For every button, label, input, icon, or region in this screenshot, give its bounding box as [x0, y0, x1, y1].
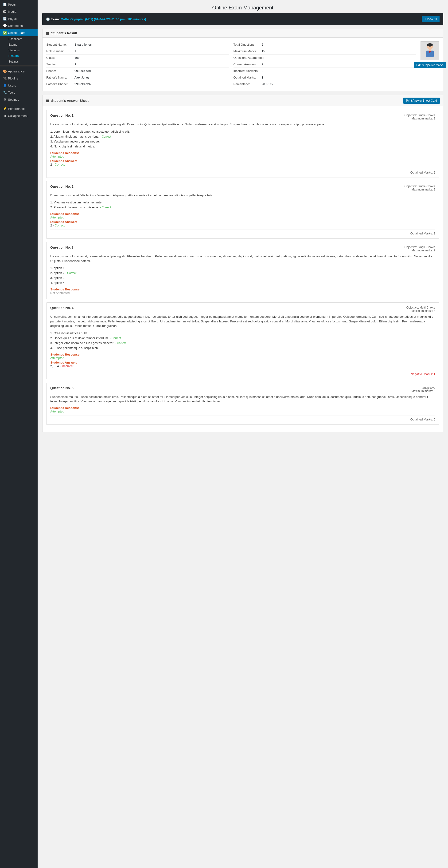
sidebar-item-appearance[interactable]: 🎨 Appearance	[0, 68, 38, 75]
result-grid: Student Name: Stuart Jones Roll Number: …	[46, 41, 439, 87]
field-father-phone: Father's Phone: 9999999992	[46, 81, 229, 87]
content-area: ▦ Student's Result Student Name: Stuart …	[38, 29, 448, 440]
performance-icon: ⚡	[3, 107, 7, 111]
field-incorrect-answers: Incorrect Answers: 2	[234, 68, 416, 74]
users-icon: 👤	[3, 84, 7, 87]
question-5-header: Question No. 5 Subjective Maximum marks:…	[50, 386, 435, 393]
field-total-questions: Total Questions: 5	[234, 41, 416, 48]
sidebar-item-comments[interactable]: 💬 Comments	[0, 22, 38, 29]
question-card-5: Question No. 5 Subjective Maximum marks:…	[46, 383, 439, 425]
sidebar-item-online-exam[interactable]: ✅ Online Exam	[0, 29, 38, 36]
view-all-button[interactable]: + View All	[422, 16, 440, 22]
sidebar: 📄 Posts 🖼 Media 📃 Pages 💬 Comments ✅ Onl…	[0, 0, 38, 868]
page-title: Online Exam Management	[38, 0, 448, 13]
question-card-1: Question No. 1 Objective: Single-Choice …	[46, 110, 439, 178]
tools-icon: 🔧	[3, 91, 7, 94]
field-obtained-marks: Obtained Marks: 3	[234, 74, 416, 81]
result-fields-right: Total Questions: 5 Maximum Marks: 15 Que…	[234, 41, 416, 87]
sidebar-item-tools[interactable]: 🔧 Tools	[0, 89, 38, 96]
sidebar-top-nav: 📄 Posts 🖼 Media 📃 Pages 💬 Comments ✅ Onl…	[0, 0, 38, 66]
student-result-body: Student Name: Stuart Jones Roll Number: …	[42, 38, 443, 91]
online-exam-icon: ✅	[3, 31, 7, 35]
sidebar-item-performance[interactable]: ⚡ Performance	[0, 105, 38, 112]
question-card-2: Question No. 2 Objective: Single-Choice …	[46, 181, 439, 239]
question-1-header: Question No. 1 Objective: Single-Choice …	[50, 114, 435, 120]
field-student-name: Student Name: Stuart Jones	[46, 41, 229, 48]
student-avatar	[420, 41, 439, 60]
question-4-options: 1. Cras iaculis ultrices nulla. 2. Donec…	[50, 331, 435, 350]
question-card-3: Question No. 3 Objective: Single-Choice …	[46, 242, 439, 299]
field-max-marks: Maximum Marks: 15	[234, 48, 416, 55]
plugins-icon: 🔌	[3, 76, 7, 80]
sidebar-item-settings-main[interactable]: ⚙ Settings	[0, 96, 38, 103]
student-result-header: ▦ Student's Result	[42, 29, 443, 38]
table-icon: ▦	[46, 31, 49, 35]
edit-subjective-button[interactable]: Edit Subjective Marks	[414, 62, 446, 68]
posts-icon: 📄	[3, 3, 7, 6]
sidebar-item-posts[interactable]: 📄 Posts	[0, 1, 38, 8]
question-card-4: Question No. 4 Objective: Multi-Choice M…	[46, 303, 439, 379]
exam-title: 🕐 Exam: Maths Olympiad (M01) (01-04-2020…	[46, 18, 146, 21]
sidebar-item-collapse[interactable]: ◀ Collapse menu	[0, 112, 38, 119]
answer-sheet-card: ▦ Student's Answer Sheet Print Answer Sh…	[42, 95, 443, 432]
question-2-header: Question No. 2 Objective: Single-Choice …	[50, 185, 435, 191]
question-1-options: 1. Lorem ipsum dolor sit amet, consectet…	[50, 129, 435, 149]
online-exam-submenu: Dashboard Exams Students Results Setting…	[0, 36, 38, 64]
field-phone: Phone: 9999999991	[46, 68, 229, 74]
avatar-svg	[423, 42, 437, 59]
student-result-card: ▦ Student's Result Student Name: Stuart …	[42, 29, 443, 91]
appearance-icon: 🎨	[3, 69, 7, 73]
sidebar-item-exams[interactable]: Exams	[7, 42, 38, 48]
print-answer-sheet-button[interactable]: Print Answer Sheet Card	[403, 98, 440, 104]
svg-point-1	[427, 43, 433, 46]
result-fields-left: Student Name: Stuart Jones Roll Number: …	[46, 41, 229, 87]
question-4-header: Question No. 4 Objective: Multi-Choice M…	[50, 306, 435, 313]
sidebar-item-plugins[interactable]: 🔌 Plugins	[0, 75, 38, 82]
sidebar-item-results[interactable]: Results	[7, 53, 38, 59]
field-class: Class: 10th	[46, 55, 229, 61]
field-section: Section: A	[46, 61, 229, 68]
sidebar-item-dashboard[interactable]: Dashboard	[7, 36, 38, 42]
pages-icon: 📃	[3, 17, 7, 21]
sidebar-item-pages[interactable]: 📃 Pages	[0, 15, 38, 22]
question-3-options: 1. option 1 2. option 2- Correct 3. opti…	[50, 266, 435, 285]
answer-sheet-header: ▦ Student's Answer Sheet Print Answer Sh…	[42, 95, 443, 106]
answer-sheet-body: Question No. 1 Objective: Single-Choice …	[42, 106, 443, 432]
sidebar-item-students[interactable]: Students	[7, 48, 38, 53]
sidebar-item-media[interactable]: 🖼 Media	[0, 8, 38, 15]
field-father-name: Father's Name: Alex Jones	[46, 74, 229, 81]
question-2-options: 1. Vivamus vestibulum ntulla nec ante. 2…	[50, 200, 435, 210]
settings-icon: ⚙	[3, 98, 7, 101]
question-3-header: Question No. 3 Objective: Single-Choice …	[50, 246, 435, 252]
sidebar-item-settings-sub[interactable]: Settings	[7, 59, 38, 64]
media-icon: 🖼	[3, 10, 7, 13]
exam-header-bar: 🕐 Exam: Maths Olympiad (M01) (01-04-2020…	[42, 13, 443, 25]
result-photo-area: Edit Subjective Marks	[420, 41, 439, 87]
collapse-icon: ◀	[3, 114, 7, 118]
field-roll-number: Roll Number: 1	[46, 48, 229, 55]
sidebar-item-users[interactable]: 👤 Users	[0, 82, 38, 89]
answer-sheet-icon: ▦	[46, 99, 49, 102]
field-percentage: Percentage: 20.00 %	[234, 81, 416, 87]
main-content: Online Exam Management 🕐 Exam: Maths Oly…	[38, 0, 448, 868]
field-correct-answers: Correct Answers: 2	[234, 61, 416, 68]
comments-icon: 💬	[3, 24, 7, 28]
field-questions-attempted: Questions Attempted: 4	[234, 55, 416, 61]
